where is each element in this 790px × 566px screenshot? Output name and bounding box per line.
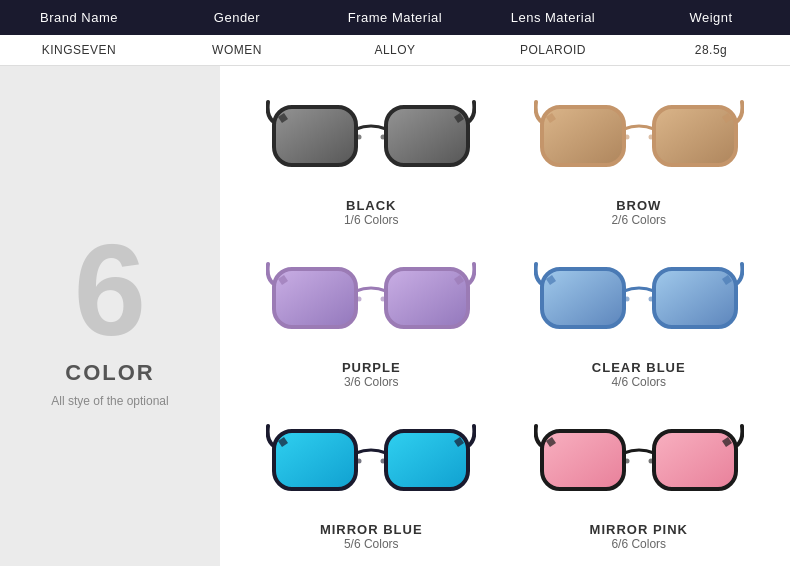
glasses-name: BLACK: [346, 198, 397, 213]
svg-rect-7: [654, 107, 736, 165]
glasses-name: MIRROR BLUE: [320, 522, 423, 537]
svg-rect-12: [274, 269, 356, 327]
data-brand: KINGSEVEN: [0, 43, 158, 57]
svg-rect-30: [542, 431, 624, 489]
svg-point-20: [624, 297, 629, 302]
glasses-image-container: [529, 406, 749, 516]
left-panel: 6 COLOR All stye of the optional: [0, 66, 220, 566]
glasses-name: PURPLE: [342, 360, 401, 375]
header-lens-material: Lens Material: [474, 10, 632, 25]
svg-point-8: [624, 135, 629, 140]
glasses-item: CLEAR BLUE4/6 Colors: [508, 238, 771, 395]
svg-point-15: [381, 297, 386, 302]
svg-rect-18: [542, 269, 624, 327]
glasses-name: BROW: [616, 198, 661, 213]
svg-point-26: [357, 459, 362, 464]
svg-point-32: [624, 459, 629, 464]
glasses-count: 4/6 Colors: [611, 375, 666, 389]
glasses-item: BLACK1/6 Colors: [240, 76, 503, 233]
data-row: KINGSEVEN WOMEN ALLOY POLAROID 28.5g: [0, 35, 790, 66]
data-gender: WOMEN: [158, 43, 316, 57]
header-row: Brand Name Gender Frame Material Lens Ma…: [0, 0, 790, 35]
svg-point-14: [357, 297, 362, 302]
glasses-image-container: [529, 244, 749, 354]
glasses-count: 2/6 Colors: [611, 213, 666, 227]
svg-rect-25: [386, 431, 468, 489]
svg-point-21: [648, 297, 653, 302]
header-brand: Brand Name: [0, 10, 158, 25]
color-count-number: 6: [74, 225, 146, 355]
glasses-item: MIRROR BLUE5/6 Colors: [240, 400, 503, 557]
svg-rect-0: [274, 107, 356, 165]
glasses-name: MIRROR PINK: [590, 522, 688, 537]
glasses-count: 1/6 Colors: [344, 213, 399, 227]
glasses-image-container: [261, 82, 481, 192]
glasses-count: 6/6 Colors: [611, 537, 666, 551]
glasses-item: PURPLE3/6 Colors: [240, 238, 503, 395]
glasses-image-container: [261, 406, 481, 516]
svg-rect-13: [386, 269, 468, 327]
header-gender: Gender: [158, 10, 316, 25]
glasses-image-container: [261, 244, 481, 354]
data-lens-material: POLAROID: [474, 43, 632, 57]
color-label: COLOR: [65, 360, 154, 386]
svg-rect-24: [274, 431, 356, 489]
svg-rect-1: [386, 107, 468, 165]
glasses-count: 3/6 Colors: [344, 375, 399, 389]
glasses-item: MIRROR PINK6/6 Colors: [508, 400, 771, 557]
glasses-name: CLEAR BLUE: [592, 360, 686, 375]
color-sublabel: All stye of the optional: [51, 394, 168, 408]
svg-point-9: [648, 135, 653, 140]
svg-point-2: [357, 135, 362, 140]
data-weight: 28.5g: [632, 43, 790, 57]
glasses-count: 5/6 Colors: [344, 537, 399, 551]
svg-point-33: [648, 459, 653, 464]
svg-rect-6: [542, 107, 624, 165]
svg-rect-19: [654, 269, 736, 327]
svg-point-3: [381, 135, 386, 140]
data-frame-material: ALLOY: [316, 43, 474, 57]
svg-rect-31: [654, 431, 736, 489]
header-frame-material: Frame Material: [316, 10, 474, 25]
glasses-image-container: [529, 82, 749, 192]
glasses-item: BROW2/6 Colors: [508, 76, 771, 233]
svg-point-27: [381, 459, 386, 464]
main-content: 6 COLOR All stye of the optional: [0, 66, 790, 566]
header-weight: Weignt: [632, 10, 790, 25]
glasses-grid: BLACK1/6 Colors BROW2/6 Colo: [220, 66, 790, 566]
